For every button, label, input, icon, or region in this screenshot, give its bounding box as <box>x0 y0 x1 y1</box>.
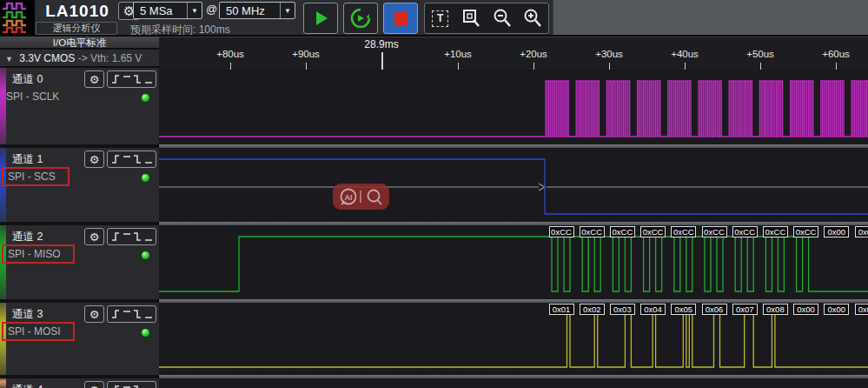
channel-active-led <box>141 173 150 183</box>
scs-waveform-row[interactable] <box>159 148 868 222</box>
channel-active-led <box>141 328 150 338</box>
device-subtitle: 逻辑分析仪 <box>36 22 117 35</box>
row-divider <box>159 375 868 378</box>
signal-label: SPI - MISO <box>2 244 75 264</box>
row-divider <box>159 299 868 303</box>
channel-0-color-stripe <box>0 68 6 144</box>
channel-settings-gear-button[interactable]: ⚙ <box>84 70 104 88</box>
byte-label: 0xCC <box>671 226 696 237</box>
zoom-selection-button[interactable] <box>458 6 484 30</box>
ruler-tick <box>685 63 686 70</box>
ai-magnifier-icon: AI <box>339 187 384 206</box>
time-ruler[interactable]: +80us +90us +10us +20us +30us +40us +50u… <box>159 37 868 70</box>
byte-label: 0x00 <box>855 226 868 237</box>
io-standard-header: I/O电平标准 <box>0 37 159 49</box>
byte-label: 0xCC <box>793 226 818 237</box>
byte-label: 0xCC <box>732 226 758 237</box>
zoom-box-icon <box>461 8 481 29</box>
byte-label: 0x00 <box>824 304 849 315</box>
trigger-buttons[interactable] <box>107 70 156 88</box>
trigger-buttons[interactable] <box>107 305 156 323</box>
byte-label: 0x02 <box>580 304 605 315</box>
voltage-value: 3.3V CMOS <box>19 52 75 64</box>
ruler-tick <box>760 63 761 70</box>
start-capture-button[interactable] <box>303 3 338 34</box>
at-sign: @ <box>206 3 217 16</box>
toolbar-empty-area <box>553 0 868 35</box>
channel-name: 通道 3 <box>12 307 43 322</box>
toolbar: LA1010 逻辑分析仪 ⚙ 5 MSa ▼ @ 50 MHz ▼ 预期采样时间… <box>0 0 868 37</box>
signal-label: SPI - SCLK <box>2 89 63 104</box>
channel-0-block[interactable]: 通道 0 ⚙ SPI - SCLK <box>0 68 159 144</box>
text-annotation-button[interactable]: T <box>427 6 454 30</box>
byte-label: 0x00 <box>855 304 868 315</box>
channel-settings-gear-button[interactable]: ⚙ <box>84 228 104 245</box>
ruler-tick-label: +10us <box>432 49 484 59</box>
byte-label: 0x00 <box>793 304 818 315</box>
ruler-major-tick <box>381 52 383 70</box>
byte-label: 0xCC <box>640 226 666 237</box>
expected-sample-time: 预期采样时间: 100ms <box>130 23 230 37</box>
byte-label: 0x04 <box>640 304 666 315</box>
dropdown-arrow-icon: ▼ <box>280 3 295 18</box>
ruler-tick <box>230 63 231 70</box>
byte-label: 0x01 <box>549 304 574 315</box>
channel-name: 通道 2 <box>12 230 43 244</box>
byte-label: 0x00 <box>824 226 849 237</box>
clock-freq-dropdown[interactable]: 50 MHz ▼ <box>219 2 295 19</box>
ai-search-watermark: AI <box>333 184 389 210</box>
signal-label: SPI - MOSI <box>2 322 75 341</box>
clock-freq-value: 50 MHz <box>220 4 280 17</box>
sample-rate-value: 5 MSa <box>134 4 187 17</box>
svg-text:AI: AI <box>344 193 352 202</box>
channel-1-block[interactable]: 通道 1 ⚙ SPI - SCS <box>0 148 159 222</box>
ruler-major-label: 28.9ms <box>351 38 412 50</box>
zoom-out-button[interactable] <box>489 6 515 30</box>
ruler-tick-label: +30us <box>583 49 635 59</box>
trigger-buttons[interactable] <box>107 381 156 388</box>
channel-4-color-stripe <box>0 378 6 388</box>
ruler-tick <box>836 63 837 70</box>
mosi-waveform-row[interactable]: 0x010x020x030x040x050x060x070x080x000x00… <box>159 303 868 375</box>
channel-4-waveform-row[interactable] <box>159 378 868 388</box>
waveform-area[interactable]: +80us +90us +10us +20us +30us +40us +50u… <box>159 37 868 388</box>
trigger-buttons[interactable] <box>107 151 156 168</box>
row-divider <box>159 144 868 148</box>
channel-4-block[interactable]: 通道 4 ⚙ <box>0 378 159 388</box>
channel-2-block[interactable]: 通道 2 ⚙ SPI - MISO <box>0 225 159 299</box>
zoom-in-button[interactable] <box>520 6 546 30</box>
sclk-waveform-row[interactable] <box>159 70 868 144</box>
row-divider <box>159 222 868 225</box>
byte-label: 0x08 <box>763 304 788 315</box>
channel-3-block[interactable]: 通道 3 ⚙ SPI - MOSI <box>0 303 159 375</box>
channel-settings-gear-button[interactable]: ⚙ <box>84 305 104 323</box>
ruler-tick-label: +80us <box>204 49 256 59</box>
repeat-capture-button[interactable] <box>343 3 378 34</box>
byte-label: 0xCC <box>610 226 635 237</box>
logic-analyzer-app: LA1010 逻辑分析仪 ⚙ 5 MSa ▼ @ 50 MHz ▼ 预期采样时间… <box>0 0 868 388</box>
byte-label: 0xCC <box>580 226 605 237</box>
channel-name: 通道 0 <box>12 72 43 87</box>
channel-sidebar: I/O电平标准 ▼ 3.3V CMOS -> Vth: 1.65 V 通道 0 … <box>0 37 159 388</box>
byte-label: 0x07 <box>732 304 758 315</box>
miso-waveform-row[interactable]: 0xCC0xCC0xCC0xCC0xCC0xCC0xCC0xCC0xCC0x00… <box>159 225 868 299</box>
ruler-tick <box>306 63 307 70</box>
byte-label: 0x03 <box>610 304 635 315</box>
voltage-standard-row[interactable]: ▼ 3.3V CMOS -> Vth: 1.65 V <box>0 50 159 67</box>
channel-settings-gear-button[interactable]: ⚙ <box>84 151 104 168</box>
trigger-buttons[interactable] <box>107 228 156 245</box>
byte-label: 0xCC <box>549 226 574 237</box>
stop-capture-button[interactable] <box>383 3 418 34</box>
byte-label: 0x06 <box>702 304 727 315</box>
zoom-in-icon <box>522 8 543 29</box>
zoom-out-icon <box>492 8 513 29</box>
play-icon <box>310 8 331 29</box>
voltage-threshold: -> Vth: 1.65 V <box>78 52 142 64</box>
byte-label: 0x05 <box>671 304 696 315</box>
channel-active-led <box>141 93 150 103</box>
device-name: LA1010 <box>38 1 116 21</box>
channel-settings-gear-button[interactable]: ⚙ <box>84 381 104 388</box>
sample-rate-dropdown[interactable]: 5 MSa ▼ <box>133 2 202 19</box>
view-tool-group: T <box>424 3 549 34</box>
ruler-tick-label: +50us <box>734 49 786 59</box>
